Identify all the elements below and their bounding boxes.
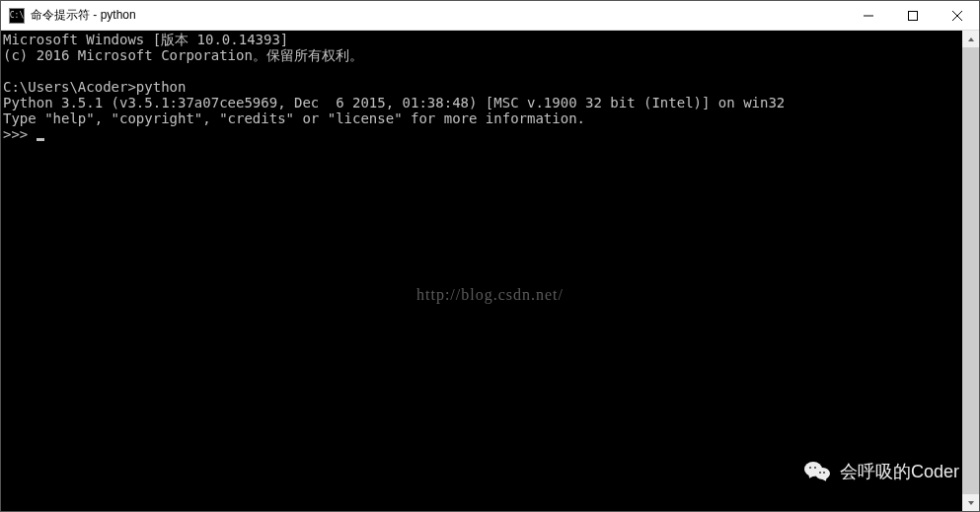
scrollbar[interactable]	[962, 31, 979, 511]
titlebar[interactable]: C:\ 命令提示符 - python	[1, 1, 979, 31]
terminal-line-3: C:\Users\Acoder>python	[3, 79, 186, 95]
window-title: 命令提示符 - python	[31, 7, 846, 24]
terminal-line-5: Type "help", "copyright", "credits" or "…	[3, 110, 585, 126]
terminal-area[interactable]: Microsoft Windows [版本 10.0.14393] (c) 20…	[1, 31, 979, 511]
terminal-line-0: Microsoft Windows [版本 10.0.14393]	[3, 32, 288, 47]
watermark-bottom: 会呼吸的Coder	[804, 460, 959, 483]
scroll-down-arrow[interactable]	[962, 494, 979, 511]
wechat-icon	[804, 460, 832, 483]
svg-marker-5	[968, 501, 974, 505]
watermark-url: http://blog.csdn.net/	[416, 287, 564, 303]
watermark-text: 会呼吸的Coder	[840, 464, 959, 479]
svg-rect-1	[908, 11, 917, 20]
terminal-content: Microsoft Windows [版本 10.0.14393] (c) 20…	[3, 32, 979, 142]
close-button[interactable]	[935, 1, 979, 30]
scroll-thumb[interactable]	[962, 47, 979, 494]
terminal-line-1: (c) 2016 Microsoft Corporation。保留所有权利。	[3, 47, 363, 63]
command-prompt-window: C:\ 命令提示符 - python Microsoft Windows [版本…	[0, 0, 980, 512]
scroll-up-arrow[interactable]	[962, 31, 979, 47]
titlebar-icon: C:\	[9, 8, 25, 24]
window-controls	[846, 1, 979, 30]
scroll-track[interactable]	[962, 47, 979, 494]
maximize-button[interactable]	[890, 1, 935, 30]
terminal-prompt: >>>	[3, 126, 37, 142]
svg-marker-4	[968, 37, 974, 41]
terminal-cursor	[37, 138, 44, 141]
minimize-button[interactable]	[846, 1, 890, 30]
terminal-line-4: Python 3.5.1 (v3.5.1:37a07cee5969, Dec 6…	[3, 95, 785, 110]
